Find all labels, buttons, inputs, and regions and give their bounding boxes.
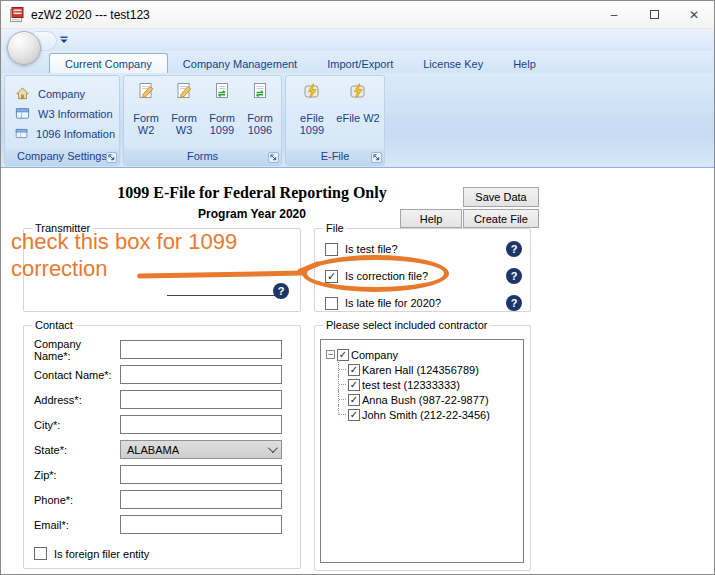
tree-node-label: Company (351, 349, 398, 361)
phone-input[interactable] (120, 490, 282, 509)
tree-node-label: Karen Hall (124356789) (362, 364, 479, 376)
email-row: Email*: (34, 515, 292, 534)
tree-checkbox[interactable]: ✓ (348, 409, 360, 421)
dialog-launcher-icon[interactable] (371, 152, 382, 163)
help-icon[interactable]: ? (506, 295, 522, 311)
tree-children: ✓ Karen Hall (124356789) ✓ test test (12… (338, 362, 520, 422)
group-company-settings: Company W3 Information (4, 75, 120, 166)
city-row: City*: (34, 415, 292, 434)
maximize-icon (650, 10, 659, 19)
tab-company-management[interactable]: Company Management (168, 54, 312, 73)
foreign-filer-checkbox[interactable] (34, 547, 47, 560)
ribbon-button-label: Form W2 (127, 112, 165, 136)
minimize-icon: – (611, 8, 618, 22)
help-icon[interactable]: ? (273, 283, 289, 299)
company-name-row: Company Name*: (34, 340, 292, 359)
is-late-file-row: Is late file for 2020? ? (325, 295, 522, 311)
field-label: Address*: (34, 394, 120, 406)
form-1099-button[interactable]: Form 1099 (203, 80, 241, 136)
ribbon-button-label: eFile 1099 (289, 112, 335, 136)
form-w3-button[interactable]: Form W3 (165, 80, 203, 136)
tab-import-export[interactable]: Import/Export (312, 54, 408, 73)
ribbon-button-label: Form 1096 (241, 112, 279, 136)
lightning-icon (349, 82, 367, 100)
tree-item-test-test[interactable]: ✓ test test (12333333) (338, 377, 520, 392)
state-select[interactable]: ALABAMA (120, 440, 282, 459)
field-label: Phone*: (34, 494, 120, 506)
toolbar-overflow-icon (60, 36, 68, 44)
tree-node-label: John Smith (212-22-3456) (362, 409, 490, 421)
customize-toolbar-button[interactable] (57, 33, 71, 47)
tree-checkbox-company[interactable]: ✓ (337, 349, 349, 361)
address-input[interactable] (120, 390, 282, 409)
group-forms: Form W2 Form W3 Form 1 (123, 75, 282, 166)
ribbon-button-label: eFile W2 (336, 112, 379, 124)
title-bar: ezW2 2020 --- test123 – ✕ (1, 1, 714, 29)
tree-collapse-icon[interactable]: − (326, 350, 335, 359)
tree-node-label: test test (12333333) (362, 379, 460, 391)
contractor-legend: Please select included contractor (323, 319, 490, 331)
help-icon[interactable]: ? (506, 268, 522, 284)
app-icon (9, 7, 25, 23)
sidebar-item-label: Company (38, 88, 85, 100)
tree-checkbox[interactable]: ✓ (348, 379, 360, 391)
is-late-file-checkbox[interactable] (325, 297, 338, 310)
money-document-icon (251, 82, 269, 100)
minimize-button[interactable]: – (594, 1, 634, 28)
edit-document-icon (175, 82, 193, 100)
field-label: Contact Name*: (34, 369, 120, 381)
tab-help[interactable]: Help (498, 54, 551, 73)
tab-license-key[interactable]: License Key (408, 54, 498, 73)
maximize-button[interactable] (634, 1, 674, 28)
close-button[interactable]: ✕ (674, 1, 714, 28)
chevron-down-icon (268, 443, 278, 453)
tree-item-john-smith[interactable]: ✓ John Smith (212-22-3456) (338, 407, 520, 422)
company-name-input[interactable] (120, 340, 282, 359)
tree-item-anna-bush[interactable]: ✓ Anna Bush (987-22-9877) (338, 392, 520, 407)
annotation-line1: check this box for 1099 (11, 228, 237, 255)
form-window-icon (15, 126, 28, 141)
email-input[interactable] (120, 515, 282, 534)
is-test-file-row: Is test file? ? (325, 241, 522, 257)
tree-checkbox[interactable]: ✓ (348, 394, 360, 406)
tree-checkbox[interactable]: ✓ (348, 364, 360, 376)
contact-name-input[interactable] (120, 365, 282, 384)
money-document-icon (213, 82, 231, 100)
city-input[interactable] (120, 415, 282, 434)
save-data-button[interactable]: Save Data (463, 187, 539, 207)
dialog-launcher-icon[interactable] (268, 152, 279, 163)
window-title: ezW2 2020 --- test123 (31, 8, 150, 22)
sidebar-item-1096-infomation[interactable]: 1096 Infomation (15, 126, 115, 141)
form-w2-button[interactable]: Form W2 (127, 80, 165, 136)
tree-item-karen-hall[interactable]: ✓ Karen Hall (124356789) (338, 362, 520, 377)
create-file-button[interactable]: Create File (463, 209, 539, 228)
field-label: State*: (34, 444, 120, 456)
contractor-tree[interactable]: − ✓ Company ✓ Karen Hall (124356789) ✓ t… (320, 339, 524, 563)
is-test-file-checkbox[interactable] (325, 243, 338, 256)
efile-w2-button[interactable]: eFile W2 (335, 80, 381, 136)
help-icon[interactable]: ? (506, 241, 522, 257)
dialog-launcher-icon[interactable] (106, 152, 117, 163)
group-label-forms: Forms (124, 149, 281, 165)
tree-node-label: Anna Bush (987-22-9877) (362, 394, 489, 406)
form-1096-button[interactable]: Form 1096 (241, 80, 279, 136)
transmitter-underline-field[interactable] (167, 295, 283, 296)
efile-1099-button[interactable]: eFile 1099 (289, 80, 335, 136)
sidebar-item-company[interactable]: Company (15, 86, 115, 101)
ribbon-button-label: Form 1099 (203, 112, 241, 136)
help-button[interactable]: Help (400, 209, 462, 228)
tab-current-company[interactable]: Current Company (49, 53, 168, 73)
main-content: 1099 E-File for Federal Reporting Only P… (1, 168, 714, 574)
zip-row: Zip*: (34, 465, 292, 484)
sidebar-item-w3-information[interactable]: W3 Information (15, 106, 115, 121)
zip-input[interactable] (120, 465, 282, 484)
page-title: 1099 E-File for Federal Reporting Only (37, 184, 467, 202)
state-select-value: ALABAMA (127, 444, 179, 456)
ribbon: Company W3 Information (1, 73, 714, 168)
application-menu-orb[interactable] (7, 31, 41, 65)
tree-root-company[interactable]: − ✓ Company (326, 347, 520, 362)
ribbon-button-label: Form W3 (165, 112, 203, 136)
file-legend: File (323, 222, 347, 234)
contractor-group: Please select included contractor − ✓ Co… (314, 325, 531, 571)
lightning-icon (303, 82, 321, 100)
